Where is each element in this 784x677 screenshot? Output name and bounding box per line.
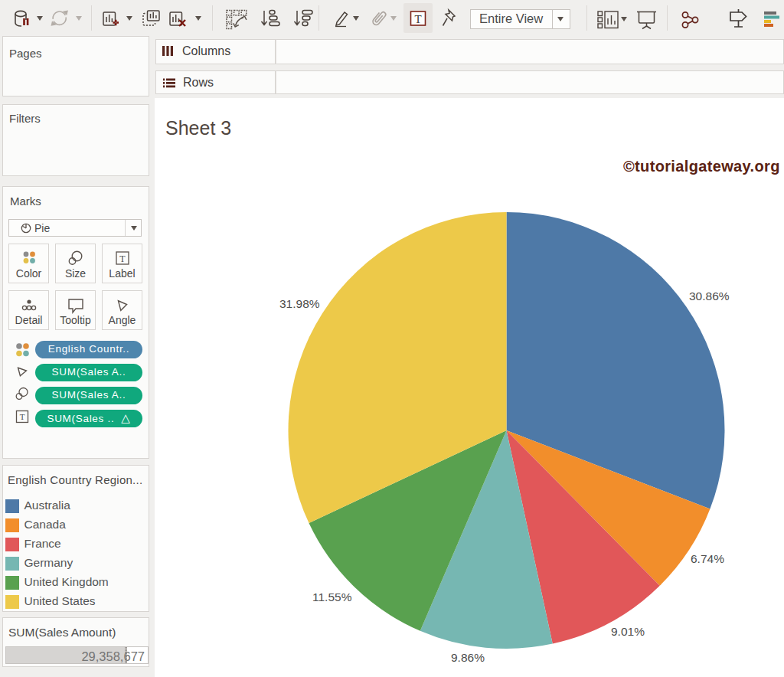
svg-text:T: T <box>119 253 126 264</box>
svg-text:T: T <box>20 412 25 421</box>
svg-text:T: T <box>414 13 421 25</box>
